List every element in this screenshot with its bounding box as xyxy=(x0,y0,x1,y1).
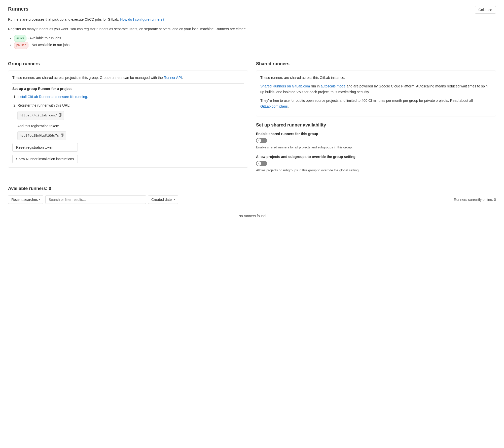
token-box: hvdSfcc1EmHLpK1Qds7s 🗍 xyxy=(17,131,66,140)
token-label: And this registration token: xyxy=(17,123,244,129)
copy-token-icon[interactable]: 🗍 xyxy=(60,133,64,139)
two-col-layout: Group runners These runners are shared a… xyxy=(8,61,496,178)
toggle1-label: Enable shared runners for this group xyxy=(256,132,496,136)
created-date-button[interactable]: Created date ▾ xyxy=(148,195,178,204)
toggle1-description: Enable shared runners for all projects a… xyxy=(256,145,496,150)
paused-status-item: paused - Not available to run jobs. xyxy=(14,42,496,49)
active-badge: active xyxy=(14,35,26,42)
shared-runners-desc2: Shared Runners on GitLab.com run in auto… xyxy=(260,83,492,95)
reset-token-button[interactable]: Reset registration token xyxy=(12,143,78,152)
group-runners-section: Group runners These runners are shared a… xyxy=(8,61,248,178)
show-instructions-button[interactable]: Show Runner installation instructions xyxy=(12,155,78,163)
setup-steps: Install GitLab Runner and ensure it's ru… xyxy=(17,94,244,140)
copy-url-icon[interactable]: 🗍 xyxy=(58,112,62,119)
toggle-2[interactable]: ✕ xyxy=(256,161,267,166)
toggle-group-1: Enable shared runners for this group ✕ E… xyxy=(256,132,496,150)
runners-online-count: Runners currently online: 0 xyxy=(454,198,496,202)
url-text: https://gitlab.com/ xyxy=(20,113,57,118)
shared-runners-desc3: They're free to use for public open sour… xyxy=(260,98,492,109)
no-runners-message: No runners found xyxy=(8,208,496,224)
available-runners-title: Available runners: 0 xyxy=(8,186,496,191)
status-list: active - Available to run jobs. paused -… xyxy=(14,35,496,49)
shared-runners-title: Shared runners xyxy=(256,61,496,67)
runner-api-link[interactable]: Runner API xyxy=(164,76,182,80)
search-row: Recent searches ▾ Created date ▾ Runners… xyxy=(8,195,496,204)
paused-badge: paused xyxy=(14,42,28,49)
chevron-down-icon: ▾ xyxy=(39,198,40,201)
step-2: Register the runner with this URL: https… xyxy=(17,102,244,140)
token-text: hvdSfcc1EmHLpK1Qds7s xyxy=(20,133,59,139)
url-box: https://gitlab.com/ 🗍 xyxy=(17,111,64,120)
group-runners-desc: These runners are shared across projects… xyxy=(12,75,244,80)
available-runners-section: Available runners: 0 Recent searches ▾ C… xyxy=(8,186,496,224)
divider xyxy=(8,55,496,55)
active-status-item: active - Available to run jobs. xyxy=(14,35,496,42)
search-input[interactable] xyxy=(45,195,146,204)
toggle-group-2: Allow projects and subgroups to override… xyxy=(256,155,496,173)
intro-description: Runners are processes that pick up and e… xyxy=(8,17,496,22)
collapse-button[interactable]: Collapse xyxy=(475,6,496,14)
availability-section: Set up shared runner availability Enable… xyxy=(256,122,496,173)
page-title: Runners xyxy=(8,6,28,12)
install-runner-link[interactable]: Install GitLab Runner and ensure it's ru… xyxy=(17,95,88,99)
toggle-1-knob: ✕ xyxy=(257,138,261,143)
page-header: Runners Collapse xyxy=(8,6,496,14)
recent-searches-label: Recent searches xyxy=(11,198,38,202)
toggle-2-knob: ✕ xyxy=(257,161,261,166)
created-date-label: Created date xyxy=(151,198,172,202)
shared-runners-link[interactable]: Shared Runners on GitLab.com xyxy=(260,84,310,88)
group-runners-title: Group runners xyxy=(8,61,248,67)
availability-title: Set up shared runner availability xyxy=(256,122,496,128)
step-1: Install GitLab Runner and ensure it's ru… xyxy=(17,94,244,100)
plans-link[interactable]: GitLab.com plans xyxy=(260,104,288,108)
group-runners-card: These runners are shared across projects… xyxy=(8,71,248,168)
configure-runners-link[interactable]: How do I configure runners? xyxy=(120,17,164,21)
toggle2-description: Allows projects or subgroups in this gro… xyxy=(256,168,496,173)
recent-searches-button[interactable]: Recent searches ▾ xyxy=(8,195,43,204)
card-divider xyxy=(12,83,244,84)
shared-runners-desc1: These runners are shared across this Git… xyxy=(260,75,492,80)
toggle-1[interactable]: ✕ xyxy=(256,138,267,143)
register-text: Register as many runners as you want. Yo… xyxy=(8,26,496,32)
autoscale-link[interactable]: autoscale mode xyxy=(321,84,346,88)
shared-runners-section: Shared runners These runners are shared … xyxy=(256,61,496,178)
toggle2-label: Allow projects and subgroups to override… xyxy=(256,155,496,159)
shared-runners-card: These runners are shared across this Git… xyxy=(256,71,496,116)
setup-title: Set up a group Runner for a project xyxy=(12,87,244,91)
chevron-down-icon-2: ▾ xyxy=(174,198,175,201)
